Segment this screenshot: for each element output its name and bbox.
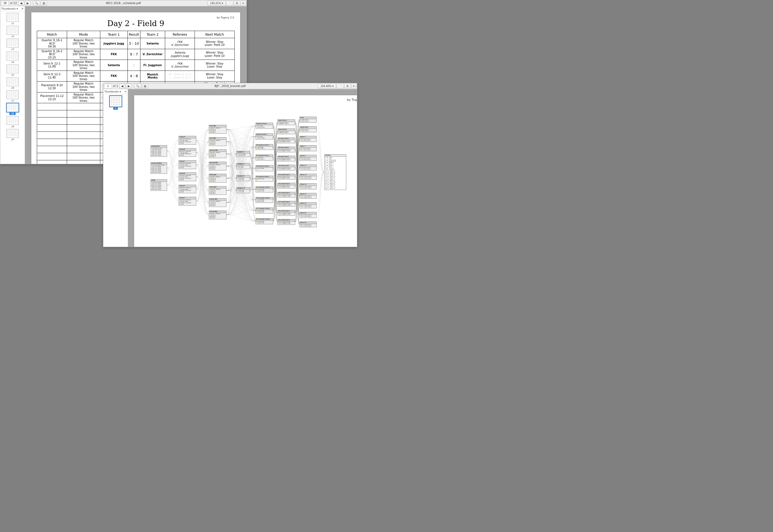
thumbnail[interactable]: 1 [109, 96, 122, 110]
bracket-node: FillupNot yet drawnNot yet drawnNot yet … [150, 179, 167, 191]
bracket-node: Quarter Final 2First DEFSecond ABC [256, 133, 273, 139]
thumbnail[interactable]: 13 [6, 39, 19, 51]
bracket-node: Place 21P21 Semi Final 1P21 Semi Final 2 [300, 212, 317, 218]
bracket-node: P17 Quarter Final 1Fourth ABCFourth DEF [256, 186, 273, 192]
table-row: Quarter 9_16-1 ACD09:30Regular Match100 … [37, 38, 235, 49]
menu-button[interactable]: ☰ [234, 1, 240, 6]
bracket-node: P21 Semi Final 1P17 Quarter Final…P17 Qu… [278, 210, 295, 216]
page-prev-button[interactable]: ◀ [119, 84, 125, 89]
tools-button[interactable]: 📄 [337, 84, 344, 89]
sidebar-close-icon[interactable]: ✕ [21, 7, 24, 10]
sidebar-toggle-button[interactable]: ▤ [142, 84, 148, 89]
table-header: Match [37, 31, 67, 38]
thumbnail[interactable]: 11 [6, 13, 19, 25]
thumbnail[interactable]: 19 [6, 116, 19, 128]
bracket-node: P9 Semi Final 1P5 Quarter Final 1P5 Quar… [278, 156, 295, 162]
page-count-label: of 1 [112, 85, 119, 88]
page-number-input[interactable] [104, 84, 112, 89]
bracket-node: P17 Quarter Final 3Fourth ABCFourth DEF [256, 208, 273, 214]
bracket-node: P13 Semi Final 1P5 Quarter Final…P5 Quar… [278, 174, 295, 180]
page-count-label: of 32 [9, 2, 18, 5]
thumbnail[interactable]: 12 [6, 26, 19, 38]
bracket-node: Second DEFBLOOD, WIN,pt…Group DGroup EGr… [209, 162, 227, 170]
bracket-node: P21 Semi Final 2P17 Quarter Final…P17 Qu… [278, 219, 295, 225]
bracket-node: TwoBest 9Third ABCThird DEF [236, 175, 250, 181]
table-header: Mode [67, 31, 100, 38]
sidebar-selector[interactable]: Thumbnails ▾ [1, 7, 18, 10]
bracket-node: FinalSemi Final 1Semi Final 2 [300, 117, 317, 123]
zoom-dropdown[interactable]: 145.31% ▾ [208, 1, 226, 6]
zoom-dropdown[interactable]: 154.40% ▾ [318, 84, 336, 89]
thumbnail[interactable]: 15 [6, 65, 19, 76]
thumbnail[interactable]: 14 [6, 52, 19, 63]
close-button[interactable]: ✕ [351, 84, 356, 89]
bracket-node: Group Seeding2nd emergent seedNot yet dr… [150, 162, 167, 174]
table-header: Referees [165, 31, 195, 38]
find-button[interactable]: 🔍 [33, 1, 40, 6]
bracket-node: Fourth DEFBLOOD, WIN,pt…Group DGroup EGr… [209, 211, 227, 219]
table-row: Semi 9_12-211:45Regular Match100 Stones,… [37, 71, 235, 82]
page-number-input[interactable] [1, 1, 9, 6]
toolbar: of 1 ◀ ▶ 🔍 ▤ BJP…2019_bracket.pdf 154.40… [103, 83, 357, 89]
thumbnails-sidebar: Thumbnails ▾ ✕ 11121314151617181920 [0, 6, 25, 164]
bracket-node: P17 Semi Final 2P17 Quarter Final 3P17 Q… [278, 201, 295, 207]
bracket-node: Semi Final 2Quarter Final 1Quarter Final… [278, 128, 295, 135]
bracket-node: Third DEFBLOOD, WIN,pt…Group DGroup EGro… [209, 186, 227, 195]
page-next-button[interactable]: ▶ [126, 84, 132, 89]
thumbnail[interactable]: 20 [6, 129, 19, 141]
bracket-node: Group ABLOOD, PIN-SER…Group HeadGroup Co… [178, 136, 196, 145]
bracket-node: Group DrawEmergent seedNot yet drawnNot … [150, 145, 167, 157]
bracket-node: P5 Quarter Final 3Fourth ABC… [256, 165, 273, 171]
bracket-node: P9 Semi Final 2P5 Quarter Final 3P5 Quar… [278, 165, 295, 171]
bracket-node: Group BBLOOD, PIN-SER…Group HeadGroup Co… [178, 148, 196, 157]
page-heading: Day 2 - Field 9 [37, 19, 235, 28]
bracket-node: TwoBest 6First ABCFirst DEF [236, 163, 250, 169]
bracket-node: Second ABCBLOOD, WIN,pt…Group AGroup BGr… [209, 149, 227, 158]
bracket-node: Place 15P13 Semi Final 1P13 Semi Final 2 [300, 183, 317, 189]
window-title: BJP…2019_bracket.pdf [215, 85, 246, 88]
thumbnail[interactable]: 17 [6, 90, 19, 102]
bracket-node: Third ABCBLOOD, WIN,pt…Group AGroup BGro… [209, 174, 227, 183]
bracket-node: P17 Quarter Final 4Fourth ABCFourth DEF [256, 218, 273, 224]
bracket-node: Semi Final 1Quarter Final 1Quarter Final… [278, 119, 295, 125]
bracket-node: Place 9P9 Semi Final 1P9 Semi Final 2 [300, 155, 317, 161]
bracket-node: P5 Quarter Final 2Third DEF8th Lucky 2 [256, 155, 273, 161]
sidebar-close-icon[interactable]: ✕ [124, 90, 127, 93]
bracket-node: TwoBest 3Second ABCSecond DEF [236, 151, 250, 157]
bracket-node: P17 Quarter Final 2Fourth ABCFourth DEF [256, 197, 273, 203]
bracket-node: Place 5P5 Semi Final 1P5 Semi Final 2 [300, 136, 317, 142]
bracket-node: Small FinalSemi Final 1Semi Final 2 [300, 126, 317, 132]
page-viewport[interactable]: by Tugeny 2.0 Group DrawEmergent seedNot… [128, 89, 357, 247]
tools-button[interactable]: 📄 [226, 1, 233, 6]
bracket-node: Fourth ABCBLOOD, WIN,pt…Group AGroup BGr… [209, 198, 227, 207]
pdf-page: by Tugeny 2.0 Group DrawEmergent seedNot… [134, 95, 357, 247]
table-row: Quarter 9_16-2 BCD10:15Regular Match100 … [37, 49, 235, 60]
bracket-node: Group FBLOOD, PIN-SER…Group HeadGroup Co… [178, 197, 196, 206]
bracket-node: Group DBLOOD, PIN-SER…Group HeadGroup Co… [178, 172, 196, 181]
table-row: Semi 9_12-111:00Regular Match100 Stones,… [37, 60, 235, 71]
table-header: Team 2 [140, 31, 165, 38]
bracket-node: P13 Semi Final 2P5 Quarter Final…P5 Quar… [278, 183, 295, 189]
page-prev-button[interactable]: ◀ [18, 1, 24, 6]
sidebar-selector[interactable]: Thumbnails ▾ [104, 90, 121, 93]
bracket-node: Place 11P9 Semi Final 1P9 Semi Final 2 [300, 164, 317, 170]
close-button[interactable]: ✕ [241, 1, 246, 6]
sidebar-toggle-button[interactable]: ▤ [41, 1, 47, 6]
bracket-node: Place 13P13 Semi Final 1P13 Semi Final 2 [300, 174, 317, 180]
bracket-node: First DEFBLOOD, WIN,pt…Group DGroup EGro… [209, 137, 227, 146]
bracket-node: First ABCBLOOD, WIN,pt…Group AGroup BGro… [209, 125, 227, 134]
page-next-button[interactable]: ▶ [25, 1, 31, 6]
credit-label: by Tugeny 2.0 [217, 16, 234, 19]
table-header: Team 1 [100, 31, 127, 38]
bracket-node: P5 Semi Final 2P5 Quarter Final 3P5 Quar… [278, 147, 295, 153]
window-title: WCC-2018…schedule.pdf [106, 2, 141, 5]
ranking-node: Ranking1. W – Final2. L – Final3. W – Sm… [324, 154, 346, 190]
thumbnail[interactable]: 16 [6, 77, 19, 89]
thumbnail[interactable]: 18 [6, 103, 19, 115]
menu-button[interactable]: ☰ [344, 84, 351, 89]
table-header: Result [127, 31, 140, 38]
find-button[interactable]: 🔍 [134, 84, 141, 89]
bracket-node: Place 19P17 Semi Final 1P17 Semi Final 2 [300, 202, 317, 208]
bracket-node: Place 23P21 Semi Final 1P21 Semi Final 2 [300, 222, 317, 228]
bracket-node: P5 Semi Final 1P5 Quarter Final 1P5 Quar… [278, 138, 295, 144]
